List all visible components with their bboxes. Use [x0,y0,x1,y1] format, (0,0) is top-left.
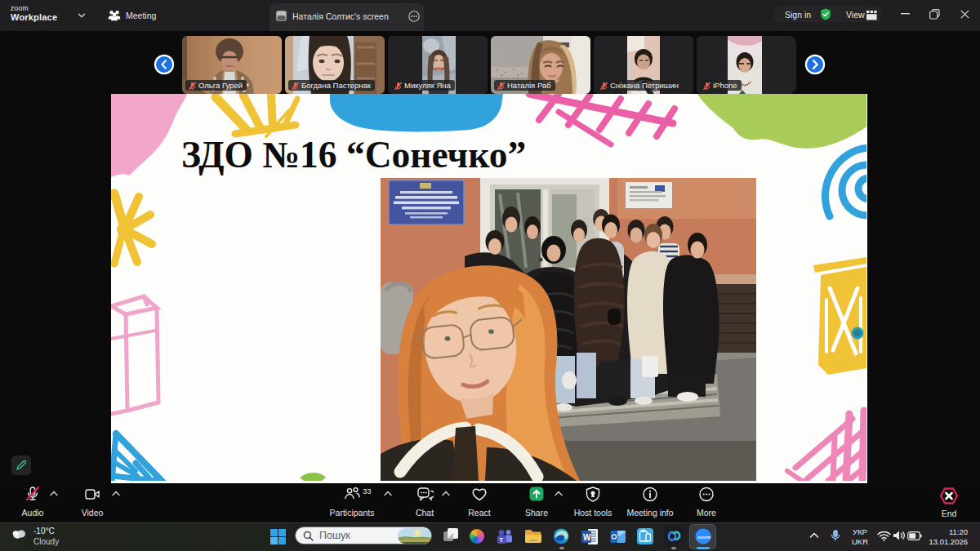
svg-text:W: W [583,533,591,542]
svg-text:zoom: zoom [697,534,711,540]
svg-text:33: 33 [363,487,372,495]
svg-text:T: T [500,536,504,544]
